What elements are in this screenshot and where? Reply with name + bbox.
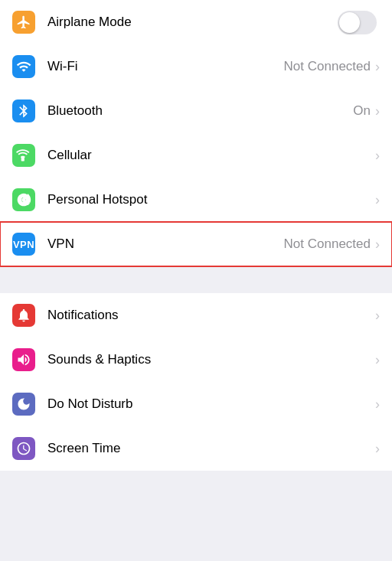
- svg-point-1: [22, 198, 26, 202]
- cellular-label: Cellular: [47, 148, 375, 163]
- hotspot-icon: [12, 188, 35, 211]
- screen-time-label: Screen Time: [47, 441, 375, 456]
- bluetooth-chevron: ›: [375, 103, 380, 119]
- wifi-label: Wi-Fi: [47, 59, 284, 74]
- settings-list: Airplane Mode Wi-Fi Not Connected ›: [0, 0, 392, 471]
- vpn-value: Not Connected: [284, 236, 371, 252]
- screen-time-row[interactable]: Screen Time ›: [0, 426, 392, 471]
- hotspot-row[interactable]: Personal Hotspot ›: [0, 178, 392, 222]
- wifi-chevron: ›: [375, 59, 380, 75]
- general-section: Notifications › Sounds & Haptics ›: [0, 293, 392, 471]
- dnd-chevron: ›: [375, 396, 380, 413]
- vpn-label: VPN: [47, 236, 284, 252]
- cellular-row[interactable]: Cellular ›: [0, 133, 392, 178]
- cellular-icon: [12, 144, 35, 167]
- wifi-icon: [12, 55, 35, 78]
- wifi-row[interactable]: Wi-Fi Not Connected ›: [0, 44, 392, 89]
- dnd-icon: [12, 393, 35, 416]
- notifications-chevron: ›: [375, 308, 380, 324]
- sounds-label: Sounds & Haptics: [47, 352, 375, 367]
- airplane-mode-row[interactable]: Airplane Mode: [0, 0, 392, 44]
- airplane-mode-toggle[interactable]: [338, 11, 377, 34]
- general-rows: Notifications › Sounds & Haptics ›: [0, 293, 392, 471]
- hotspot-chevron: ›: [375, 192, 380, 208]
- vpn-row[interactable]: VPN VPN Not Connected ›: [0, 222, 392, 266]
- sounds-row[interactable]: Sounds & Haptics ›: [0, 338, 392, 382]
- connectivity-rows: Airplane Mode Wi-Fi Not Connected ›: [0, 0, 392, 266]
- sounds-icon: [12, 348, 35, 371]
- sounds-chevron: ›: [375, 352, 380, 368]
- screen-time-chevron: ›: [375, 441, 380, 457]
- svg-rect-0: [21, 157, 24, 161]
- wifi-value: Not Connected: [284, 59, 371, 74]
- dnd-label: Do Not Disturb: [47, 396, 375, 412]
- notifications-label: Notifications: [47, 308, 375, 323]
- vpn-icon-text: VPN: [13, 239, 34, 250]
- airplane-mode-icon: [12, 11, 35, 34]
- notifications-icon: [12, 304, 35, 327]
- bluetooth-row[interactable]: Bluetooth On ›: [0, 89, 392, 133]
- dnd-row[interactable]: Do Not Disturb ›: [0, 382, 392, 426]
- bluetooth-icon: [12, 99, 35, 122]
- bluetooth-label: Bluetooth: [47, 103, 353, 119]
- screen-time-icon: [12, 437, 35, 460]
- notifications-row[interactable]: Notifications ›: [0, 293, 392, 338]
- cellular-chevron: ›: [375, 148, 380, 164]
- bluetooth-value: On: [353, 103, 371, 119]
- vpn-chevron: ›: [375, 236, 380, 253]
- hotspot-label: Personal Hotspot: [47, 192, 375, 207]
- airplane-mode-label: Airplane Mode: [47, 15, 338, 30]
- vpn-icon: VPN: [12, 233, 35, 256]
- connectivity-section: Airplane Mode Wi-Fi Not Connected ›: [0, 0, 392, 266]
